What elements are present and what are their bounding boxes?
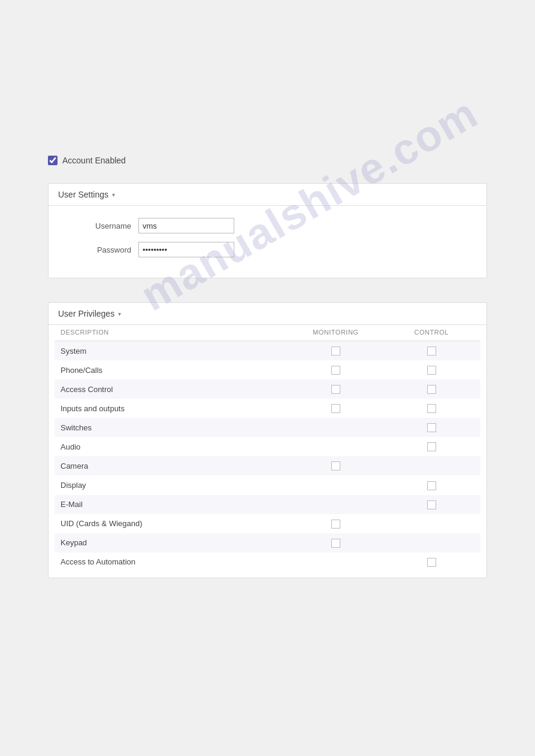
table-row: E-Mail (55, 495, 480, 514)
privilege-description: Phone/Calls (55, 360, 289, 379)
privilege-description: Keypad (55, 533, 289, 552)
monitoring-checkbox[interactable] (331, 462, 340, 470)
monitoring-checkbox[interactable] (331, 385, 340, 394)
privilege-control-cell (382, 552, 480, 572)
privilege-monitoring-cell (289, 495, 382, 514)
table-row: Switches (55, 418, 480, 437)
table-row: Audio (55, 437, 480, 456)
privilege-control-cell (382, 456, 480, 475)
privilege-control-cell (382, 533, 480, 552)
password-row: Password (67, 242, 468, 257)
monitoring-checkbox[interactable] (331, 404, 340, 413)
control-checkbox[interactable] (427, 500, 436, 509)
privilege-description: Inputs and outputs (55, 399, 289, 418)
privilege-control-cell (382, 437, 480, 456)
privilege-description: Access to Automation (55, 552, 289, 572)
table-row: Display (55, 475, 480, 494)
table-row: Keypad (55, 533, 480, 552)
account-enabled-row: Account Enabled (48, 156, 487, 165)
user-settings-header[interactable]: User Settings ▾ (49, 184, 486, 206)
control-checkbox[interactable] (427, 423, 436, 432)
privilege-description: E-Mail (55, 495, 289, 514)
user-privileges-header[interactable]: User Privileges ▾ (49, 303, 486, 325)
control-checkbox[interactable] (427, 481, 436, 490)
privilege-monitoring-cell (289, 437, 382, 456)
privilege-monitoring-cell (289, 552, 382, 572)
privilege-monitoring-cell (289, 399, 382, 418)
privilege-control-cell (382, 399, 480, 418)
control-checkbox[interactable] (427, 558, 436, 567)
monitoring-checkbox[interactable] (331, 366, 340, 375)
user-privileges-section: User Privileges ▾ DESCRIPTION MONITORING… (48, 302, 487, 578)
privilege-monitoring-cell (289, 341, 382, 361)
user-settings-chevron-icon: ▾ (112, 192, 115, 198)
privilege-monitoring-cell (289, 533, 382, 552)
privilege-monitoring-cell (289, 514, 382, 533)
table-row: Access to Automation (55, 552, 480, 572)
col-description-header: DESCRIPTION (55, 325, 289, 341)
monitoring-checkbox[interactable] (331, 347, 340, 356)
control-checkbox[interactable] (427, 347, 436, 356)
username-input[interactable] (138, 218, 234, 233)
table-row: Camera (55, 456, 480, 475)
privilege-monitoring-cell (289, 360, 382, 379)
username-label: Username (67, 221, 138, 230)
privileges-table: DESCRIPTION MONITORING CONTROL SystemPho… (55, 325, 480, 572)
table-row: Access Control (55, 379, 480, 399)
table-row: Phone/Calls (55, 360, 480, 379)
privilege-control-cell (382, 495, 480, 514)
table-row: System (55, 341, 480, 361)
privilege-description: Audio (55, 437, 289, 456)
monitoring-checkbox[interactable] (331, 539, 340, 548)
privilege-monitoring-cell (289, 379, 382, 399)
user-settings-title: User Settings (58, 190, 108, 199)
privilege-description: Display (55, 475, 289, 494)
col-control-header: CONTROL (382, 325, 480, 341)
account-enabled-checkbox[interactable] (48, 156, 58, 165)
privilege-description: Camera (55, 456, 289, 475)
control-checkbox[interactable] (427, 366, 436, 375)
monitoring-checkbox[interactable] (331, 520, 340, 529)
table-row: UID (Cards & Wiegand) (55, 514, 480, 533)
table-row: Inputs and outputs (55, 399, 480, 418)
account-enabled-label: Account Enabled (62, 156, 126, 165)
page-container: manualshive.com Account Enabled User Set… (0, 0, 535, 756)
privilege-monitoring-cell (289, 475, 382, 494)
privilege-control-cell (382, 341, 480, 361)
control-checkbox[interactable] (427, 442, 436, 451)
privilege-monitoring-cell (289, 456, 382, 475)
user-settings-section: User Settings ▾ Username Password (48, 183, 487, 278)
privilege-description: UID (Cards & Wiegand) (55, 514, 289, 533)
control-checkbox[interactable] (427, 404, 436, 413)
col-monitoring-header: MONITORING (289, 325, 382, 341)
privilege-control-cell (382, 514, 480, 533)
password-label: Password (67, 245, 138, 254)
privilege-control-cell (382, 418, 480, 437)
privilege-description: Access Control (55, 379, 289, 399)
user-settings-body: Username Password (49, 206, 486, 278)
privileges-table-body: SystemPhone/CallsAccess ControlInputs an… (55, 341, 480, 572)
user-privileges-title: User Privileges (58, 309, 114, 318)
privilege-control-cell (382, 379, 480, 399)
password-input[interactable] (138, 242, 234, 257)
privilege-control-cell (382, 360, 480, 379)
control-checkbox[interactable] (427, 385, 436, 394)
user-privileges-body: DESCRIPTION MONITORING CONTROL SystemPho… (49, 325, 486, 578)
username-row: Username (67, 218, 468, 233)
user-privileges-chevron-icon: ▾ (118, 311, 121, 317)
privilege-description: Switches (55, 418, 289, 437)
privilege-control-cell (382, 475, 480, 494)
privilege-monitoring-cell (289, 418, 382, 437)
privileges-table-header-row: DESCRIPTION MONITORING CONTROL (55, 325, 480, 341)
privilege-description: System (55, 341, 289, 361)
